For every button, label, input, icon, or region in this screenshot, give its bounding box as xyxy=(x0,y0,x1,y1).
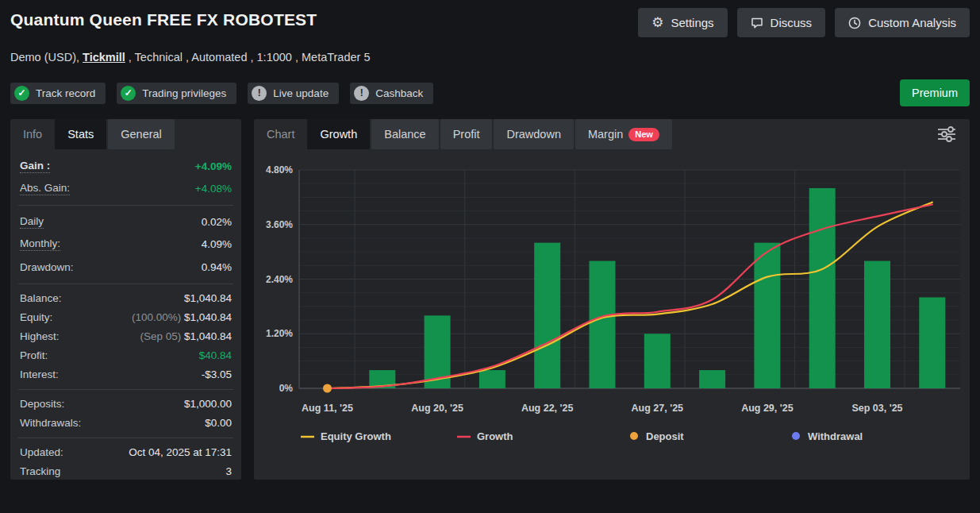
chart-bar xyxy=(754,243,780,388)
x-tick-label: Aug 29, '25 xyxy=(741,403,794,414)
stats-value: (100.00%) $1,040.84 xyxy=(132,311,232,323)
stats-value: 3 xyxy=(225,465,232,477)
stats-list: Gain :+4.09%Abs. Gain:+4.08%Daily0.02%Mo… xyxy=(10,149,241,481)
chart-bar xyxy=(644,334,671,388)
stats-value: $0.00 xyxy=(205,417,232,429)
stats-value: $1,040.84 xyxy=(184,292,232,304)
stats-label: Drawdown: xyxy=(20,261,74,273)
stats-label: Tracking xyxy=(20,465,60,477)
stats-value: $40.84 xyxy=(199,349,232,361)
x-tick-label: Aug 27, '25 xyxy=(632,403,684,414)
x-tick-label: Aug 11, '25 xyxy=(302,403,353,414)
check-circle-icon: ✓ xyxy=(121,86,136,101)
legend-swatch-dot xyxy=(792,432,800,440)
y-tick-label: 3.60% xyxy=(266,219,293,230)
stats-label: Deposits: xyxy=(20,398,64,410)
stats-row: Drawdown:0.94% xyxy=(20,256,232,279)
y-tick-label: 4.80% xyxy=(266,164,293,176)
badge-row: ✓ Track record ✓ Trading privileges ! Li… xyxy=(10,79,970,106)
gear-icon: ⚙ xyxy=(651,14,663,31)
chart-bar xyxy=(919,297,945,388)
stats-label: Profit: xyxy=(20,349,48,361)
growth-chart[interactable]: 0%1.20%2.40%3.60%4.80%Aug 11, '25Aug 20,… xyxy=(254,149,970,476)
exclamation-circle-icon: ! xyxy=(354,86,369,101)
y-tick-label: 2.40% xyxy=(266,274,293,285)
stats-value: -$3.05 xyxy=(202,368,232,380)
stats-row: Abs. Gain:+4.08% xyxy=(20,178,232,201)
stats-value: 4.09% xyxy=(202,238,232,250)
stats-label: Updated: xyxy=(20,446,63,458)
account-subtitle: Demo (USD), Tickmill , Technical , Autom… xyxy=(10,51,970,64)
chart-filter-icon[interactable] xyxy=(936,125,958,143)
settings-button[interactable]: ⚙ Settings xyxy=(638,8,727,37)
stats-value-prefix: (Sep 05) xyxy=(140,330,184,342)
chart-bar xyxy=(534,243,560,388)
stats-label: Highest: xyxy=(20,330,60,342)
stats-label[interactable]: Monthly: xyxy=(20,237,60,251)
stats-row: Withdrawals:$0.00 xyxy=(20,414,232,433)
chart-tabbar: Chart Growth Balance Profit Drawdown Mar… xyxy=(254,119,970,149)
new-badge: New xyxy=(628,128,659,141)
x-tick-label: Sep 03, '25 xyxy=(851,403,902,414)
chart-bar xyxy=(699,370,725,388)
broker-link[interactable]: Tickmill xyxy=(83,51,125,64)
stats-value: +4.08% xyxy=(195,183,232,195)
page-header: Quantum Queen FREE FX ROBOTEST ⚙ Setting… xyxy=(0,0,980,106)
stats-row: Deposits:$1,000.00 xyxy=(20,395,232,414)
x-tick-label: Aug 22, '25 xyxy=(521,403,574,414)
stats-row: Daily0.02% xyxy=(20,210,232,233)
stats-label[interactable]: Abs. Gain: xyxy=(20,182,70,195)
chart-bar xyxy=(809,188,836,388)
tab-info[interactable]: Info xyxy=(10,119,55,149)
legend-label: Equity Growth xyxy=(321,430,391,442)
clock-icon xyxy=(848,17,861,29)
legend-swatch-dot xyxy=(630,432,638,440)
legend-label: Deposit xyxy=(646,430,684,442)
stats-value: 0.94% xyxy=(202,261,232,273)
stats-label: Equity: xyxy=(20,311,52,323)
stats-value-prefix: (100.00%) xyxy=(132,311,184,323)
stats-row: Interest:-$3.05 xyxy=(20,365,232,384)
stats-row: Highest:(Sep 05) $1,040.84 xyxy=(20,327,232,346)
stats-row: Tracking3 xyxy=(20,462,232,481)
check-circle-icon: ✓ xyxy=(14,86,29,101)
page-title: Quantum Queen FREE FX ROBOTEST xyxy=(10,8,317,29)
tab-general[interactable]: General xyxy=(108,119,175,149)
tab-margin[interactable]: Margin New xyxy=(575,119,672,149)
custom-analysis-button[interactable]: Custom Analysis xyxy=(835,8,970,37)
tab-stats[interactable]: Stats xyxy=(55,119,106,149)
tab-growth[interactable]: Growth xyxy=(307,119,370,149)
legend-label: Growth xyxy=(477,430,513,442)
stats-label: Interest: xyxy=(20,368,59,380)
growth-chart-area: 0%1.20%2.40%3.60%4.80%Aug 11, '25Aug 20,… xyxy=(254,149,970,480)
tab-chart[interactable]: Chart xyxy=(254,119,307,149)
chart-bar xyxy=(864,261,890,388)
stats-label[interactable]: Gain : xyxy=(20,160,50,173)
stats-label: Balance: xyxy=(20,292,62,304)
tab-profit[interactable]: Profit xyxy=(440,119,493,149)
premium-button[interactable]: Premium xyxy=(900,79,970,106)
tab-drawdown[interactable]: Drawdown xyxy=(494,119,574,149)
stats-label: Withdrawals: xyxy=(20,417,81,429)
tab-balance[interactable]: Balance xyxy=(371,119,438,149)
x-tick-label: Aug 20, '25 xyxy=(411,403,463,414)
stats-value: +4.09% xyxy=(195,160,232,172)
chart-panel: Chart Growth Balance Profit Drawdown Mar… xyxy=(254,119,970,480)
divider xyxy=(18,284,233,284)
divider xyxy=(18,389,233,390)
chart-bar xyxy=(590,261,616,388)
y-tick-label: 0% xyxy=(279,383,294,394)
divider xyxy=(18,438,233,438)
stats-value: $1,000.00 xyxy=(184,398,232,410)
chart-bar xyxy=(479,370,505,388)
badge-cashback: ! Cashback xyxy=(350,83,433,104)
stats-value: (Sep 05) $1,040.84 xyxy=(140,330,232,342)
badge-live-update: ! Live update xyxy=(248,83,339,104)
stats-row: Balance:$1,040.84 xyxy=(20,289,232,308)
divider xyxy=(18,205,233,206)
badge-track-record: ✓ Track record xyxy=(10,83,106,104)
discuss-button[interactable]: Discuss xyxy=(737,8,826,37)
stats-row: Monthly:4.09% xyxy=(20,233,232,256)
stats-label[interactable]: Daily xyxy=(20,215,44,229)
stats-row: Profit:$40.84 xyxy=(20,346,232,365)
